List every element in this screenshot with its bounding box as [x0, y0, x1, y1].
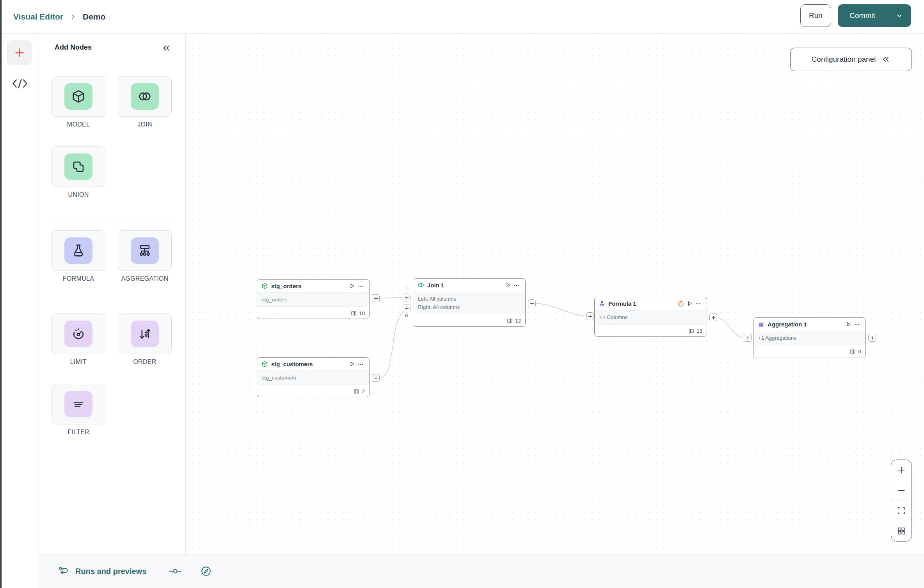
node-menu-button[interactable]	[694, 299, 702, 308]
tile-label: MODEL	[67, 121, 90, 128]
node-tile-limit[interactable]: LIMIT	[44, 314, 113, 365]
runs-and-previews-tab[interactable]: Runs and previews	[58, 566, 146, 577]
tile-label: JOIN	[137, 121, 152, 128]
node-tile-order[interactable]: ORDER	[110, 314, 179, 365]
panel-collapse-button[interactable]	[160, 42, 172, 54]
node-menu-button[interactable]	[356, 282, 365, 290]
node-title: Aggregation 1	[768, 321, 844, 328]
join-right-port-label: R	[405, 313, 408, 318]
node-header: Formula 1	[595, 297, 707, 310]
run-button[interactable]: Run	[800, 4, 831, 27]
hierarchy-icon	[758, 321, 764, 328]
node-run-button[interactable]	[348, 360, 356, 369]
top-header: Visual Editor Demo Run Commit	[2, 0, 924, 34]
node-body-line: stg_customers	[262, 374, 364, 382]
node-body-line: stg_orders	[262, 296, 364, 304]
breadcrumb-current-page: Demo	[83, 12, 105, 21]
node-title: Formula 1	[608, 300, 677, 307]
chevrons-left-icon	[881, 55, 890, 64]
node-footer: 0	[753, 345, 865, 358]
node-title: stg_customers	[271, 361, 348, 367]
auto-layout-button[interactable]	[891, 521, 912, 541]
node-stg-customers[interactable]: stg_customers stg_customers 2	[257, 357, 370, 397]
node-aggregation-1[interactable]: Aggregation 1 +1 Aggregations 0	[753, 317, 866, 358]
column-count: 0	[858, 349, 861, 355]
node-body: stg_customers	[257, 371, 369, 385]
node-tile-join[interactable]: JOIN	[110, 76, 179, 128]
fullscreen-icon	[897, 506, 906, 515]
git-commit-icon-button[interactable]	[169, 568, 181, 575]
panel-divider	[51, 219, 174, 219]
node-header: Aggregation 1	[753, 318, 865, 331]
node-body: +1 Columns	[595, 310, 707, 324]
node-formula-1[interactable]: Formula 1 +1 Columns 13	[594, 297, 707, 337]
node-menu-button[interactable]	[512, 281, 521, 290]
node-run-button[interactable]	[844, 320, 853, 329]
node-tile-union[interactable]: UNION	[44, 146, 113, 198]
cube-icon	[64, 83, 92, 110]
commit-dropdown-button[interactable]	[887, 4, 911, 27]
node-tile-filter[interactable]: FILTER	[44, 384, 113, 436]
canvas-zoom-controls	[891, 460, 912, 542]
join-right-input-plus-button[interactable]	[403, 305, 410, 312]
add-nodes-title: Add Nodes	[55, 43, 92, 52]
columns-icon	[688, 328, 694, 334]
node-tile-model[interactable]: MODEL	[44, 76, 113, 128]
chevron-down-icon	[896, 12, 903, 19]
node-footer: 10	[257, 307, 369, 319]
node-body-line: Left: All columns	[418, 295, 521, 303]
stg-customers-output-plus-button[interactable]	[372, 374, 380, 382]
column-count: 13	[697, 328, 702, 334]
node-title: stg_orders	[271, 283, 348, 289]
add-node-rail-button[interactable]	[7, 40, 32, 65]
breadcrumb-visual-editor[interactable]: Visual Editor	[13, 12, 63, 21]
node-body-line: Right: All columns	[418, 303, 521, 311]
plus-icon	[897, 465, 906, 475]
fit-view-button[interactable]	[891, 501, 912, 521]
join-circles-icon	[418, 282, 424, 289]
node-menu-button[interactable]	[356, 360, 365, 369]
node-join-1[interactable]: Join 1 Left: All columns Right: All colu…	[413, 278, 526, 327]
node-run-button[interactable]	[685, 299, 694, 308]
pipeline-run-icon	[58, 566, 69, 577]
node-menu-button[interactable]	[853, 320, 861, 329]
union-squares-icon	[64, 153, 92, 180]
join-circles-icon	[131, 83, 159, 110]
configuration-panel-button[interactable]: Configuration panel	[790, 48, 912, 71]
code-view-rail-button[interactable]	[12, 77, 28, 90]
cube-icon	[261, 283, 268, 289]
join-left-port-label: L	[405, 285, 408, 290]
columns-icon	[850, 349, 856, 355]
tile-label: LIMIT	[70, 358, 87, 365]
node-header: Join 1	[413, 279, 525, 292]
columns-icon	[354, 388, 359, 394]
flask-icon	[599, 301, 605, 307]
node-title: Join 1	[427, 282, 504, 289]
node-tile-formula[interactable]: FORMULA	[44, 230, 113, 282]
node-body-line: +1 Columns	[599, 313, 702, 321]
zoom-out-button[interactable]	[891, 480, 912, 500]
minus-icon	[897, 486, 906, 495]
configuration-panel-label: Configuration panel	[812, 55, 876, 64]
tile-label: ORDER	[133, 358, 156, 365]
hierarchy-icon	[131, 237, 159, 264]
stg-orders-output-plus-button[interactable]	[372, 294, 380, 302]
gauge-icon	[64, 321, 92, 347]
formula-input-plus-button[interactable]	[586, 312, 594, 320]
compass-icon-button[interactable]	[200, 565, 212, 577]
join-output-plus-button[interactable]	[528, 299, 536, 307]
zoom-in-button[interactable]	[891, 460, 912, 480]
node-run-button[interactable]	[348, 282, 356, 290]
tile-label: UNION	[68, 191, 89, 198]
aggregation-output-plus-button[interactable]	[868, 334, 876, 342]
formula-output-plus-button[interactable]	[709, 314, 717, 321]
commit-button[interactable]: Commit	[838, 4, 887, 27]
tile-label: FORMULA	[63, 275, 94, 282]
topbar-actions: Run Commit	[800, 4, 911, 27]
node-stg-orders[interactable]: stg_orders stg_orders 10	[257, 279, 370, 319]
node-run-button[interactable]	[504, 281, 512, 290]
pipeline-canvas[interactable]: Configuration panel stg_orders stg_or	[186, 34, 924, 554]
node-tile-aggregation[interactable]: AGGREGATION	[110, 230, 179, 282]
aggregation-input-plus-button[interactable]	[744, 334, 752, 342]
join-left-input-plus-button[interactable]	[403, 294, 410, 301]
